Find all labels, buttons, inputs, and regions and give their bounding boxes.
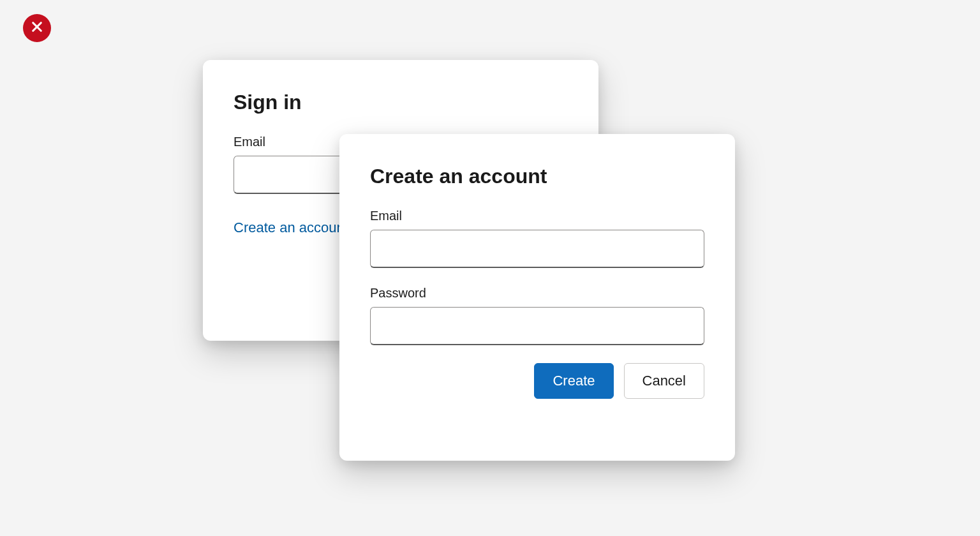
- close-icon: [31, 20, 43, 36]
- create-account-dialog: Create an account Email Password Create …: [339, 134, 735, 461]
- create-account-link[interactable]: Create an account: [234, 220, 348, 236]
- create-account-buttons: Create Cancel: [370, 363, 704, 399]
- create-password-group: Password: [370, 286, 704, 345]
- cancel-button[interactable]: Cancel: [624, 363, 704, 399]
- create-email-input[interactable]: [370, 230, 704, 268]
- create-button[interactable]: Create: [534, 363, 613, 399]
- create-email-label: Email: [370, 209, 704, 223]
- create-email-group: Email: [370, 209, 704, 268]
- error-badge: [23, 14, 51, 42]
- create-password-input[interactable]: [370, 307, 704, 345]
- create-account-title: Create an account: [370, 165, 704, 188]
- create-password-label: Password: [370, 286, 704, 301]
- sign-in-title: Sign in: [234, 91, 568, 114]
